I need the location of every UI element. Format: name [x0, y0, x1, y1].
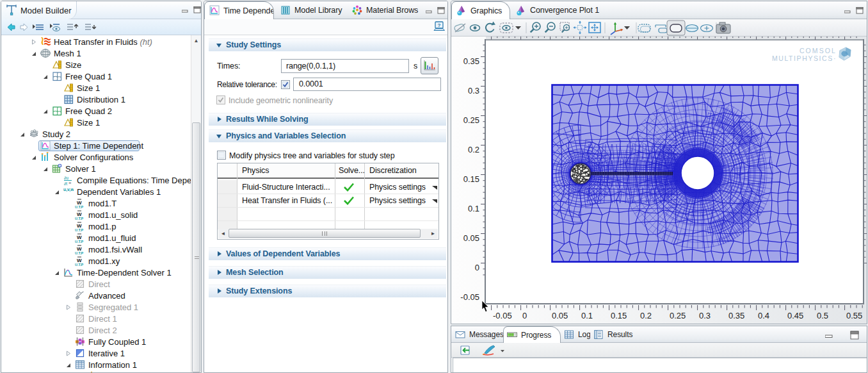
svg-text:U,T,P: U,T,P [75, 228, 84, 232]
svg-text:U,T,P: U,T,P [75, 251, 84, 255]
svg-text:u,v,w: u,v,w [63, 187, 74, 192]
svg-text:U,T,P: U,T,P [75, 217, 84, 220]
svg-text:∂t: ∂t [64, 181, 67, 186]
svg-text:U,T,P: U,T,P [75, 240, 84, 244]
svg-text:≡: ≡ [68, 181, 71, 185]
svg-text:?: ? [438, 22, 441, 28]
svg-text:∂u: ∂u [64, 176, 68, 180]
svg-text:U,T,P: U,T,P [75, 205, 84, 209]
svg-text:U,T,P: U,T,P [75, 263, 84, 267]
